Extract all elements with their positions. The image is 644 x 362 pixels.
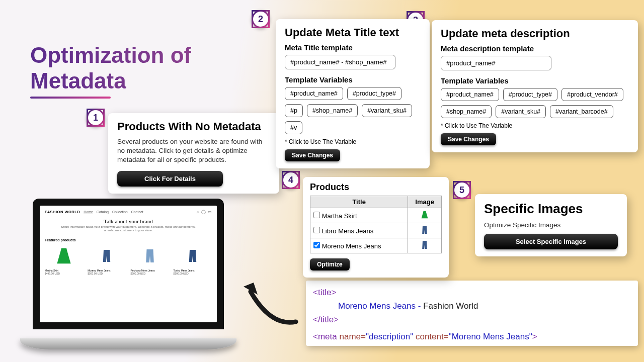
- row-checkbox-0[interactable]: [313, 212, 320, 218]
- code-output: <title> Moreno Mens Jeans - Fashion Worl…: [306, 281, 638, 346]
- chip-partial-1[interactable]: #p: [285, 104, 303, 117]
- row-title-1: Libro Mens Jeans: [322, 227, 374, 235]
- card-update-meta-title: Update Meta Title text Meta Title templa…: [276, 19, 430, 168]
- card3-vars-label: Template Variables: [441, 76, 629, 85]
- card2-hint: * Click to Use The Variable: [285, 138, 421, 145]
- nav-collection: Collection: [112, 210, 128, 214]
- page-title: Optimization of Metadata: [30, 43, 191, 94]
- arrow-icon: [240, 272, 301, 332]
- chip-variant-sku[interactable]: #variant_sku#: [362, 104, 412, 117]
- lap-prod-2: Rechano Mens Jeans$500.00 USD: [130, 244, 169, 275]
- chip3-shop-name[interactable]: #shop_name#: [441, 105, 492, 118]
- meta-desc-template-input[interactable]: #product_name#: [441, 56, 551, 70]
- card3-heading: Update meta description: [441, 27, 629, 40]
- chip-product-type[interactable]: #product_type#: [347, 87, 401, 100]
- optimize-button[interactable]: Optimize: [310, 258, 350, 270]
- chip-product-name[interactable]: #product_name#: [285, 87, 343, 100]
- card2-vars-label: Template Variables: [285, 75, 421, 84]
- skirt-icon: [421, 210, 429, 219]
- chip3-product-type[interactable]: #product_type#: [503, 88, 557, 101]
- nav-catalog: Catalog: [97, 210, 109, 214]
- click-for-details-button[interactable]: Click For Details: [117, 171, 223, 187]
- code-title-shop: Fashion World: [423, 301, 478, 311]
- chip-partial-2[interactable]: #v: [285, 121, 302, 134]
- card-update-meta-description: Update meta description Meta description…: [432, 20, 638, 152]
- specific-images-heading: Specific Images: [484, 201, 618, 217]
- card-products-table: Products Title Image Martha Skirt Libro …: [303, 177, 449, 278]
- nav-contact: Contact: [131, 210, 143, 214]
- code-title-text: Moreno Mens Jeans -: [338, 301, 423, 311]
- table-row[interactable]: Libro Mens Jeans: [310, 223, 442, 238]
- products-table: Title Image Martha Skirt Libro Mens Jean…: [310, 196, 442, 253]
- chip3-product-name[interactable]: #product_name#: [441, 88, 499, 101]
- lap-prod-3: Torino Mens Jeans$500.00 USD: [174, 244, 212, 275]
- laptop-brand: FASHION WORLD: [45, 210, 80, 214]
- chip-shop-name[interactable]: #shop_name#: [307, 104, 358, 117]
- laptop-mock: FASHION WORLD Home Catalog Collection Co…: [20, 199, 236, 349]
- save-changes-button-2[interactable]: Save Changes: [285, 149, 340, 161]
- chip3-variant-sku[interactable]: #variant_sku#: [496, 105, 546, 118]
- lap-nav-icons: ⌕◯▭: [195, 210, 212, 214]
- card1-desc: Several products on your website are fou…: [117, 137, 270, 165]
- page-title-line1: Optimization of: [30, 43, 191, 67]
- step-badge-4: 4: [282, 171, 300, 189]
- laptop-sub: Share information about your brand with …: [45, 225, 212, 232]
- jeans-icon: [421, 225, 429, 234]
- title-underline: [30, 97, 111, 99]
- meta-desc-template-label: Meta description template: [441, 44, 629, 53]
- card-specific-images: Specific Images Optimize Specific Images…: [475, 194, 627, 256]
- step-badge-1: 1: [87, 109, 105, 127]
- table-row[interactable]: Moreno Mens Jeans: [310, 238, 442, 253]
- col-title: Title: [310, 196, 408, 208]
- row-title-0: Martha Skirt: [322, 212, 357, 220]
- card2-chips: #product_name# #product_type# #p #shop_n…: [285, 87, 421, 134]
- row-checkbox-1[interactable]: [313, 227, 320, 233]
- row-checkbox-2[interactable]: [313, 242, 320, 248]
- col-image: Image: [408, 196, 442, 208]
- lap-prod-1: Moreno Mens Jeans$500.00 USD: [88, 244, 126, 275]
- laptop-featured-label: Featured products: [45, 238, 212, 242]
- page-title-line2: Metadata: [30, 68, 126, 93]
- card3-hint: * Click to Use The Variable: [441, 122, 629, 129]
- card1-heading: Products With No Metadata: [117, 120, 270, 133]
- meta-title-template-input[interactable]: #product_name# - #shop_name#: [285, 55, 395, 69]
- laptop-hero: Talk about your brand: [45, 218, 212, 224]
- chip3-product-vendor[interactable]: #product_vendor#: [561, 88, 623, 101]
- card2-heading: Update Meta Title text: [285, 26, 421, 39]
- specific-images-sub: Optimize Specific Images: [484, 221, 618, 230]
- step-badge-5: 5: [453, 181, 471, 199]
- chip3-variant-barcode[interactable]: #variant_barcode#: [550, 105, 613, 118]
- card-products-no-metadata: Products With No Metadata Several produc…: [108, 113, 279, 194]
- step-badge-2: 2: [252, 10, 270, 28]
- save-changes-button-3[interactable]: Save Changes: [441, 133, 496, 145]
- jeans-icon: [421, 240, 429, 249]
- lap-prod-0: Martha Skirt$499.00 USD: [45, 244, 83, 275]
- select-specific-images-button[interactable]: Select Specific Images: [484, 234, 618, 249]
- card3-chips: #product_name# #product_type# #product_v…: [441, 88, 629, 118]
- nav-home: Home: [84, 210, 93, 214]
- table-row[interactable]: Martha Skirt: [310, 208, 442, 223]
- row-title-2: Moreno Mens Jeans: [322, 242, 381, 250]
- products-heading: Products: [310, 182, 442, 193]
- meta-title-template-label: Meta Title template: [285, 43, 421, 52]
